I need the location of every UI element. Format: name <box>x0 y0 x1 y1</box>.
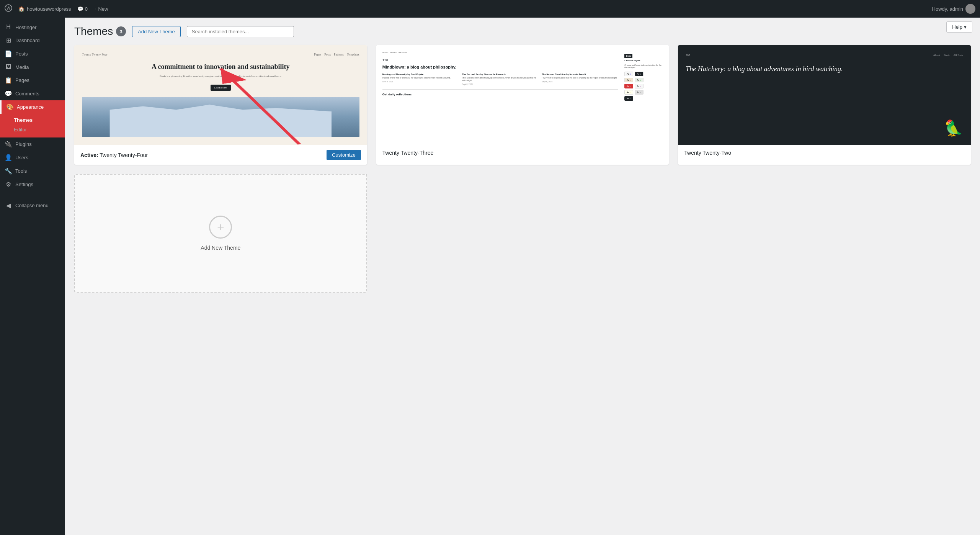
sidebar-item-dashboard[interactable]: ⊞ Dashboard <box>0 34 65 47</box>
sidebar-item-users[interactable]: 👤 Users <box>0 151 65 164</box>
settings-icon: ⚙ <box>5 181 12 188</box>
avatar <box>965 4 975 14</box>
main-content: Themes 3 Add New Theme Twenty Twenty Fou… <box>65 18 980 535</box>
search-input[interactable] <box>187 26 294 37</box>
page-title: Themes 3 <box>74 25 126 38</box>
add-plus-icon: + <box>209 216 232 239</box>
theme-preview-twenty-twenty-three: About Books All Posts TT3 Mindblown: a b… <box>376 45 669 145</box>
svg-text:W: W <box>7 6 10 10</box>
theme-count-badge: 3 <box>116 26 126 36</box>
admin-bar-right: Howdy, admin <box>932 4 975 14</box>
chevron-down-icon: ▾ <box>964 24 967 30</box>
tt3-posts: Naming and Necessity by Saul Kripke Insp… <box>382 73 619 85</box>
layout: H Hostinger ⊞ Dashboard 📄 Posts 🖼 Media … <box>0 18 980 535</box>
comments-link[interactable]: 💬 0 <box>77 6 88 12</box>
tools-icon: 🔧 <box>5 167 12 175</box>
theme-card-twenty-twenty-two[interactable]: ○○ About Birds All Posts The Hatchery: a… <box>678 45 971 165</box>
bird-icon: 🦜 <box>944 119 963 137</box>
help-button[interactable]: Help ▾ <box>946 21 972 33</box>
theme-footer-twenty-twenty-four: Active: Twenty Twenty-Four Customize <box>74 145 367 165</box>
tt2-bird: 🦜 <box>686 119 963 137</box>
preview-hero: A commitment to innovation and sustainab… <box>152 62 290 91</box>
home-icon: 🏠 <box>18 6 24 12</box>
pages-icon: 📋 <box>5 77 12 84</box>
sidebar-item-plugins[interactable]: 🔌 Plugins <box>0 137 65 151</box>
sidebar-item-posts[interactable]: 📄 Posts <box>0 47 65 61</box>
sidebar-item-media[interactable]: 🖼 Media <box>0 61 65 74</box>
sidebar-item-hostinger[interactable]: H Hostinger <box>0 21 65 34</box>
comments-icon: 💬 <box>5 90 12 97</box>
themes-grid: Twenty Twenty Four Pages Posts Patterns … <box>74 45 971 293</box>
preview-building-image <box>82 97 359 137</box>
users-icon: 👤 <box>5 154 12 161</box>
sidebar-item-appearance[interactable]: 🎨 Appearance <box>0 100 65 114</box>
wordpress-logo-icon[interactable]: W <box>5 4 12 14</box>
hostinger-icon: H <box>5 24 12 31</box>
page-header: Themes 3 Add New Theme <box>74 25 971 38</box>
sidebar-item-settings[interactable]: ⚙ Settings <box>0 178 65 191</box>
tt3-right: Beta Choose Styles Choose a different st… <box>624 51 663 139</box>
theme-card-twenty-twenty-three[interactable]: About Books All Posts TT3 Mindblown: a b… <box>376 45 669 165</box>
appearance-icon: 🎨 <box>6 103 14 111</box>
style-buttons: Aa↕ Aa↕ Aa↕ Aa↕ Aa↕ Aa↕ <box>624 72 663 101</box>
sidebar: H Hostinger ⊞ Dashboard 📄 Posts 🖼 Media … <box>0 18 65 535</box>
tt3-post-3: The Human Condition by Hannah Arendt I t… <box>542 73 618 85</box>
site-name[interactable]: 🏠 howtousewordpress <box>18 6 71 12</box>
tt3-post-1: Naming and Necessity by Saul Kripke Insp… <box>382 73 459 85</box>
plus-icon: + <box>94 6 97 12</box>
plugins-icon: 🔌 <box>5 141 12 148</box>
admin-bar: W 🏠 howtousewordpress 💬 0 + New Howdy, a… <box>0 0 980 18</box>
theme-footer-twenty-twenty-three: Twenty Twenty-Three <box>376 145 669 160</box>
user-menu[interactable]: Howdy, admin <box>932 4 975 14</box>
tt3-post-2: The Second Sex by Simone de Beauvoir I f… <box>462 73 539 85</box>
collapse-menu-btn[interactable]: ◀ Collapse menu <box>0 199 65 212</box>
dashboard-icon: ⊞ <box>5 37 12 44</box>
sidebar-item-pages[interactable]: 📋 Pages <box>0 74 65 87</box>
active-theme-label: Active: Twenty Twenty-Four <box>80 152 148 158</box>
building-shape <box>109 103 332 137</box>
tt3-left: About Books All Posts TT3 Mindblown: a b… <box>382 51 619 139</box>
posts-icon: 📄 <box>5 50 12 57</box>
sidebar-sub-item-editor[interactable]: Editor <box>0 125 65 134</box>
tt2-nav: ○○ About Birds All Posts <box>686 53 963 57</box>
theme-preview-twenty-twenty-two: ○○ About Birds All Posts The Hatchery: a… <box>678 45 971 145</box>
theme-preview-twenty-twenty-four: Twenty Twenty Four Pages Posts Patterns … <box>74 45 367 145</box>
collapse-icon: ◀ <box>5 202 12 209</box>
sidebar-sub-item-themes[interactable]: Themes <box>0 115 65 125</box>
add-new-theme-button[interactable]: Add New Theme <box>132 26 181 37</box>
add-new-theme-card[interactable]: + Add New Theme <box>74 174 367 293</box>
sidebar-item-tools[interactable]: 🔧 Tools <box>0 164 65 178</box>
comment-icon: 💬 <box>77 6 83 12</box>
preview-nav: Twenty Twenty Four Pages Posts Patterns … <box>82 53 359 56</box>
new-content-link[interactable]: + New <box>94 6 108 12</box>
media-icon: 🖼 <box>5 64 12 70</box>
sidebar-item-comments[interactable]: 💬 Comments <box>0 87 65 100</box>
customize-button[interactable]: Customize <box>327 150 361 160</box>
theme-card-twenty-twenty-four[interactable]: Twenty Twenty Four Pages Posts Patterns … <box>74 45 367 165</box>
theme-footer-twenty-twenty-two: Twenty Twenty-Two <box>678 145 971 160</box>
